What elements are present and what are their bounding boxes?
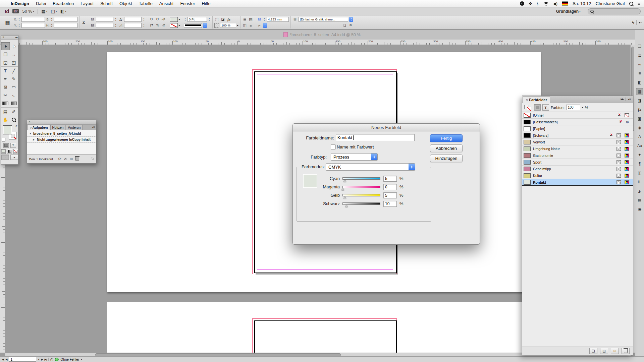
stroke-style-dropdown[interactable]: ▲▼ [203,23,207,28]
swatch-row-schwarz[interactable]: [Schwarz]✒ [522,132,633,139]
menu-datei[interactable]: Datei [33,1,49,6]
close-icon[interactable]: ✕ [2,36,4,39]
scale-y-field[interactable] [96,23,113,28]
arrange-documents-button[interactable]: ◧▾ [60,9,66,14]
menu-ansicht[interactable]: Ansicht [156,1,177,6]
color-type-dropdown[interactable]: Prozess ▲▼ [331,153,378,161]
layers-panel-icon[interactable]: ≣ [636,52,643,59]
swatch-row-sport[interactable]: Sport [522,159,633,166]
content-placer-tool[interactable]: ◳ [10,58,18,67]
x-position-field[interactable] [21,17,45,22]
text-wrap-panel-icon[interactable]: ◈ [636,124,643,131]
y-position-field[interactable] [21,23,45,28]
selection-tool[interactable]: ➤ [1,42,10,50]
quick-apply-lightning-icon[interactable]: ϟ [632,20,634,25]
previous-page-button[interactable]: ◀ [5,358,7,361]
panel-menu-icon[interactable]: ▾≡ [628,98,631,101]
formatting-affects-container-button[interactable] [534,104,541,111]
tab-nderun[interactable]: Änderun [66,125,83,130]
zoom-tool[interactable] [10,116,18,124]
pen-tool[interactable]: ✒ [1,75,10,83]
mini-next-icon[interactable]: ⧉ [348,23,353,28]
corner-radius-field[interactable]: 4,233 mm [267,17,289,22]
tint-field[interactable]: 100 [566,105,580,110]
type-tool[interactable]: T [1,67,10,75]
height-field[interactable] [54,23,77,28]
wrap-jump-button[interactable]: ◫ [242,23,247,28]
hand-tool[interactable]: ✋ [1,116,10,124]
menu-fenster[interactable]: Fenster [177,1,198,6]
mini-prev-icon[interactable]: ❏ [342,23,347,28]
apply-none-button[interactable] [13,149,18,154]
done-button[interactable]: Fertig [430,134,463,142]
slider-thumb[interactable] [343,180,346,182]
channel-value-cyan[interactable]: 5 [383,176,397,182]
assignment-row[interactable]: ▶Nicht zugewiesener InCopy-Inhalt [27,137,96,143]
align-panel-icon[interactable]: ⊪ [636,178,643,186]
search-input[interactable] [588,8,641,14]
check-out-icon[interactable]: ✍ [64,157,67,161]
default-fill-stroke-icon[interactable] [2,138,5,141]
apply-gradient-button[interactable] [7,149,12,154]
wrap-around-button[interactable]: ▤ [248,17,253,22]
effects-panel-icon[interactable]: fx [636,106,643,113]
flip-vertical-button[interactable]: ⇅ [155,23,160,28]
slider-thumb[interactable] [343,196,346,199]
screen-mode-button[interactable]: ◫▾ [51,9,57,14]
swatch-views-button[interactable]: ▤ [600,348,608,354]
menu-hilfe[interactable]: Hilfe [199,1,214,6]
stroke-flyout-icon[interactable]: ▸ [179,24,180,27]
formatting-affects-container-button[interactable] [3,143,9,148]
collapse-icon[interactable]: ◀◀ [15,36,17,38]
new-swatch-button[interactable]: ⊞ [611,348,619,354]
channel-slider-cyan[interactable] [342,177,380,180]
scale-y-dropdown[interactable]: ▲▼ [114,24,117,27]
name-with-value-checkbox[interactable] [331,144,336,149]
panel-menu-icon[interactable]: ▾≡ [639,21,642,24]
h-stepper[interactable]: ▲▼ [50,24,53,27]
slider-thumb[interactable] [341,188,344,190]
horizontal-scrollbar-thumb[interactable] [95,353,341,356]
sync-status-icon[interactable]: ✓ [520,1,524,6]
opacity-field[interactable]: 100 % [220,23,236,28]
color-panel-icon[interactable]: ◧ [636,79,643,86]
line-tool[interactable]: ╱ [10,67,18,75]
assignments-panel-header[interactable]: ✕ [27,120,96,125]
select-content-button[interactable]: ⇵ [161,23,166,28]
rotate-cw-button[interactable]: ↻ [149,17,154,22]
notification-center-icon[interactable]: ≡ [638,1,640,6]
fill-color-swatch[interactable] [170,17,178,22]
swatch-row-ohne[interactable]: [Ohne]✒ [522,112,633,119]
rotation-dropdown[interactable]: ▲▼ [143,18,145,21]
pathfinder-panel-icon[interactable]: ◭ [636,187,643,195]
swatch-row-passermarken[interactable]: [Passermarken]✒⊕ [522,119,633,125]
reference-point-proxy[interactable]: ▦ [5,20,10,25]
eyedropper-tool[interactable]: ✐ [10,108,18,116]
object-style-dropdown[interactable]: [Einfacher Grafikrahme... [299,17,348,22]
wifi-icon[interactable] [543,2,549,6]
drop-shadow-button[interactable]: ◪ [220,17,225,22]
scale-x-dropdown[interactable]: ▲▼ [114,18,117,21]
preflight-clock-icon[interactable]: ◷ [50,357,54,362]
assignment-row[interactable]: ▼broschuere_8_seiten_A4.indd [27,131,96,137]
channel-value-schwarz[interactable]: 10 [383,201,397,207]
spotlight-icon[interactable] [629,2,633,6]
channel-value-magenta[interactable]: 0 [383,184,397,190]
pencil-tool[interactable]: ✎ [10,75,18,83]
object-style-dropdown-cap[interactable]: ▲▼ [349,17,353,22]
tab-notizen[interactable]: Notizen [50,125,66,130]
delete-swatch-button[interactable] [622,348,630,354]
character-panel-icon[interactable]: A [636,133,643,140]
view-options-button[interactable]: ▦▾ [41,9,47,14]
normal-view-mode-button[interactable] [1,155,9,160]
update-content-icon[interactable]: ⟳ [58,157,61,161]
swatch-name-input[interactable]: Kontakt [336,134,415,141]
stroke-color-swatch[interactable] [170,23,178,28]
swatch-row-papier[interactable]: [Papier] [522,125,633,132]
character-styles-panel-icon[interactable]: Aa [636,142,643,149]
story-editor-panel-icon[interactable]: ▤ [636,196,643,204]
swatches-tab[interactable]: ◇ Farbfelder [523,96,550,103]
object-styles-panel-icon[interactable]: ▣ [636,115,643,122]
frame-fitting-icon[interactable]: ⊡ [257,17,262,22]
stroke-panel-icon[interactable]: ≡ [636,70,643,77]
